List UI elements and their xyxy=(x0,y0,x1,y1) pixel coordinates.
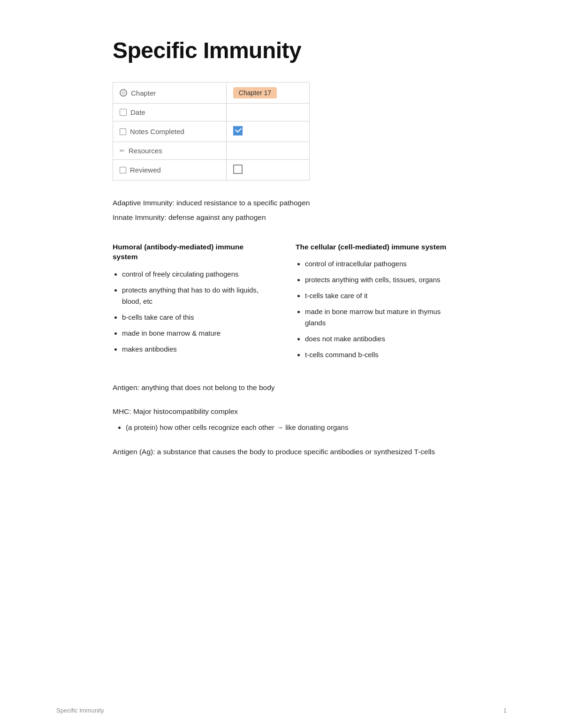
resources-row: ✏ Resources xyxy=(113,142,310,160)
list-item: b-cells take care of this xyxy=(122,312,267,323)
reviewed-row: Reviewed xyxy=(113,160,310,180)
list-item: makes antibodies xyxy=(122,344,267,355)
antigen-ag-text: Antigen (Ag): a substance that causes th… xyxy=(113,446,450,457)
list-item: protects anything that has to do with li… xyxy=(122,285,267,307)
notes-icon xyxy=(120,128,126,135)
humoral-header: Humoral (antibody-mediated) immune syste… xyxy=(113,242,267,262)
list-item: made in bone marrow but mature in thymus… xyxy=(305,306,450,329)
page-number: 1 xyxy=(503,707,507,714)
humoral-column: Humoral (antibody-mediated) immune syste… xyxy=(113,242,267,366)
mhc-label: MHC: Major histocompatibility complex xyxy=(113,406,450,417)
date-row: Date xyxy=(113,104,310,121)
list-item: does not make antibodies xyxy=(305,333,450,345)
date-icon xyxy=(120,109,127,116)
cellular-header: The cellular (cell-mediated) immune syst… xyxy=(296,242,450,252)
list-item: control of intracellular pathogens xyxy=(305,258,450,270)
resources-icon: ✏ xyxy=(120,147,125,154)
chapter-icon xyxy=(120,89,127,97)
resources-value xyxy=(226,142,309,160)
antigen-ag-section: Antigen (Ag): a substance that causes th… xyxy=(113,446,450,457)
page-title: Specific Immunity xyxy=(113,38,450,63)
chapter-label: Chapter xyxy=(131,89,156,97)
reviewed-label: Reviewed xyxy=(130,166,161,174)
list-item: control of freely circulating pathogens xyxy=(122,269,267,280)
cellular-column: The cellular (cell-mediated) immune syst… xyxy=(296,242,450,366)
reviewed-checkbox[interactable] xyxy=(233,165,243,174)
antigen-text: Antigen: anything that does not belong t… xyxy=(113,382,450,393)
innate-immunity-text: Innate Immunity: defense against any pat… xyxy=(113,212,450,223)
properties-table: Chapter Chapter 17 Date Notes Compl xyxy=(113,82,310,180)
notes-label: Notes Completed xyxy=(130,128,184,135)
mhc-item: (a protein) how other cells recognize ea… xyxy=(126,423,348,431)
list-item: t-cells take care of it xyxy=(305,290,450,301)
chapter-row: Chapter Chapter 17 xyxy=(113,83,310,104)
humoral-list: control of freely circulating pathogens … xyxy=(113,269,267,355)
date-label: Date xyxy=(130,108,145,116)
reviewed-icon xyxy=(120,167,126,173)
cellular-list: control of intracellular pathogens prote… xyxy=(296,258,450,360)
two-column-section: Humoral (antibody-mediated) immune syste… xyxy=(113,242,450,366)
list-item: protects anything with cells, tissues, o… xyxy=(305,274,450,285)
notes-row: Notes Completed xyxy=(113,121,310,142)
page-footer: Specific Immunity 1 xyxy=(56,707,507,714)
mhc-section: MHC: Major histocompatibility complex (a… xyxy=(113,406,450,433)
notes-checkbox[interactable] xyxy=(233,126,243,135)
antigen-section: Antigen: anything that does not belong t… xyxy=(113,382,450,393)
list-item: (a protein) how other cells recognize ea… xyxy=(126,422,450,433)
chapter-value: Chapter 17 xyxy=(233,87,277,98)
adaptive-immunity-text: Adaptive Immunity: induced resistance to… xyxy=(113,197,450,208)
list-item: made in bone marrow & mature xyxy=(122,328,267,339)
footer-title: Specific Immunity xyxy=(56,707,104,714)
list-item: t-cells command b-cells xyxy=(305,349,450,360)
mhc-list: (a protein) how other cells recognize ea… xyxy=(113,422,450,433)
date-value xyxy=(226,104,309,121)
resources-label: Resources xyxy=(129,147,162,155)
